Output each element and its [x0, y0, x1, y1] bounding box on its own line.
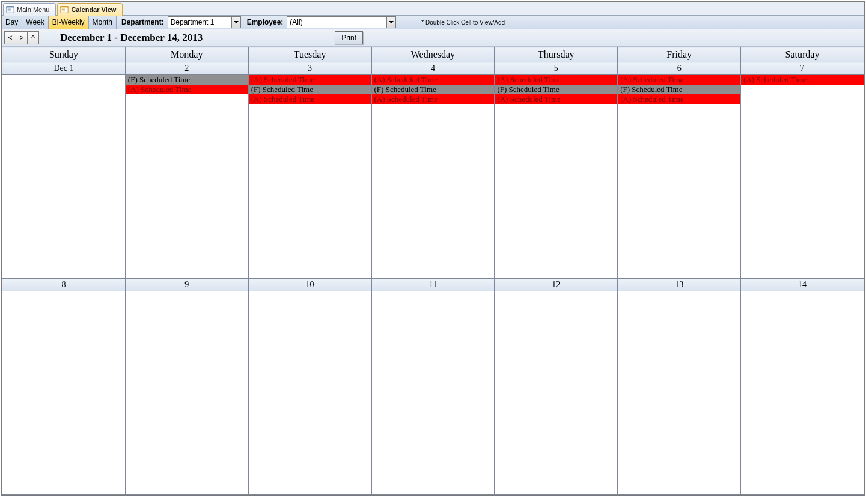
prev-button[interactable]: < [4, 31, 16, 44]
date-label: 3 [248, 62, 371, 75]
employee-combo[interactable]: (All) [287, 16, 396, 28]
employee-label: Employee: [242, 18, 287, 26]
event-item[interactable]: (A) Scheduled Time [741, 75, 864, 85]
day-cell[interactable]: (A) Scheduled Time(F) Scheduled Time(A) … [618, 75, 741, 279]
view-day-button[interactable]: Day [2, 16, 22, 29]
up-button[interactable]: ^ [27, 31, 39, 44]
date-label: 6 [618, 62, 741, 75]
date-label: 8 [2, 279, 126, 291]
tab-main-menu[interactable]: Main Menu [3, 3, 56, 16]
view-month-button[interactable]: Month [89, 16, 117, 29]
event-item[interactable]: (A) Scheduled Time [126, 85, 248, 94]
event-item[interactable]: (F) Scheduled Time [126, 75, 248, 85]
day-cell[interactable] [618, 291, 741, 495]
event-item[interactable]: (A) Scheduled Time [372, 94, 495, 104]
calendar-grid: Sunday Monday Tuesday Wednesday Thursday… [2, 47, 864, 495]
date-label: 12 [495, 279, 618, 291]
date-label: 9 [125, 279, 248, 291]
event-item[interactable]: (A) Scheduled Time [618, 75, 740, 85]
day-header-row: Sunday Monday Tuesday Wednesday Thursday… [2, 47, 864, 62]
day-header: Friday [618, 47, 741, 62]
day-cell[interactable]: (A) Scheduled Time(F) Scheduled Time(A) … [495, 75, 618, 279]
day-cell[interactable] [741, 291, 864, 495]
svg-marker-10 [234, 21, 239, 23]
tab-bar: Main Menu Calendar View [2, 2, 864, 15]
day-cell[interactable] [125, 291, 248, 495]
date-label: 14 [741, 279, 864, 291]
event-item[interactable]: (F) Scheduled Time [618, 85, 740, 94]
filter-bar: Day Week Bi-Weekly Month Department: Dep… [2, 16, 864, 29]
nav-bar: < > ^ December 1 - December 14, 2013 Pri… [2, 29, 864, 47]
date-label: 4 [371, 62, 495, 75]
day-cell[interactable] [371, 291, 495, 495]
employee-value: (All) [287, 18, 386, 26]
print-button[interactable]: Print [335, 31, 363, 44]
date-row: Dec 1 2 3 4 5 6 7 [2, 62, 864, 75]
hint-text: * Double Click Cell to View/Add [421, 19, 505, 26]
event-item[interactable]: (A) Scheduled Time [372, 75, 495, 85]
view-biweekly-button[interactable]: Bi-Weekly [49, 16, 89, 29]
event-item[interactable]: (F) Scheduled Time [372, 85, 495, 94]
day-cell[interactable]: (A) Scheduled Time(F) Scheduled Time(A) … [248, 75, 371, 279]
date-row: 8 9 10 11 12 13 14 [2, 279, 864, 291]
department-label: Department: [117, 18, 168, 26]
date-label: 2 [125, 62, 248, 75]
tab-label: Calendar View [71, 6, 116, 13]
view-week-button[interactable]: Week [22, 16, 48, 29]
event-item[interactable]: (F) Scheduled Time [249, 85, 371, 94]
week-row [2, 291, 864, 495]
event-item[interactable]: (A) Scheduled Time [495, 94, 617, 104]
day-cell[interactable] [2, 291, 126, 495]
day-cell[interactable] [248, 291, 371, 495]
form-icon [6, 5, 14, 14]
tab-calendar-view[interactable]: Calendar View [57, 3, 123, 16]
day-header: Wednesday [371, 47, 495, 62]
next-button[interactable]: > [16, 31, 28, 44]
day-header: Saturday [741, 47, 864, 62]
date-label: 7 [741, 62, 864, 75]
date-range: December 1 - December 14, 2013 [60, 32, 203, 44]
svg-rect-6 [61, 7, 68, 8]
event-item[interactable]: (A) Scheduled Time [249, 94, 371, 104]
event-item[interactable]: (A) Scheduled Time [495, 75, 617, 85]
date-label: 5 [495, 62, 618, 75]
form-icon [60, 5, 69, 14]
tab-label: Main Menu [17, 6, 49, 13]
day-header: Thursday [495, 47, 618, 62]
event-item[interactable]: (A) Scheduled Time [618, 94, 740, 104]
day-cell[interactable]: (A) Scheduled Time(F) Scheduled Time(A) … [371, 75, 495, 279]
week-row: (F) Scheduled Time(A) Scheduled Time (A)… [2, 75, 864, 279]
date-label: 10 [248, 279, 371, 291]
date-label: Dec 1 [2, 62, 126, 75]
svg-rect-1 [7, 7, 14, 8]
day-cell[interactable] [2, 75, 126, 279]
svg-marker-11 [389, 21, 394, 23]
department-combo[interactable]: Department 1 [168, 16, 241, 28]
day-header: Monday [125, 47, 248, 62]
event-item[interactable]: (A) Scheduled Time [249, 75, 371, 85]
day-cell[interactable]: (F) Scheduled Time(A) Scheduled Time [125, 75, 248, 279]
chevron-down-icon[interactable] [386, 17, 395, 28]
day-header: Tuesday [248, 47, 371, 62]
date-label: 13 [618, 279, 741, 291]
event-item[interactable]: (F) Scheduled Time [495, 85, 617, 94]
day-cell[interactable]: (A) Scheduled Time [741, 75, 864, 279]
day-header: Sunday [2, 47, 126, 62]
chevron-down-icon[interactable] [231, 17, 240, 28]
day-cell[interactable] [495, 291, 618, 495]
date-label: 11 [371, 279, 495, 291]
department-value: Department 1 [168, 18, 231, 26]
